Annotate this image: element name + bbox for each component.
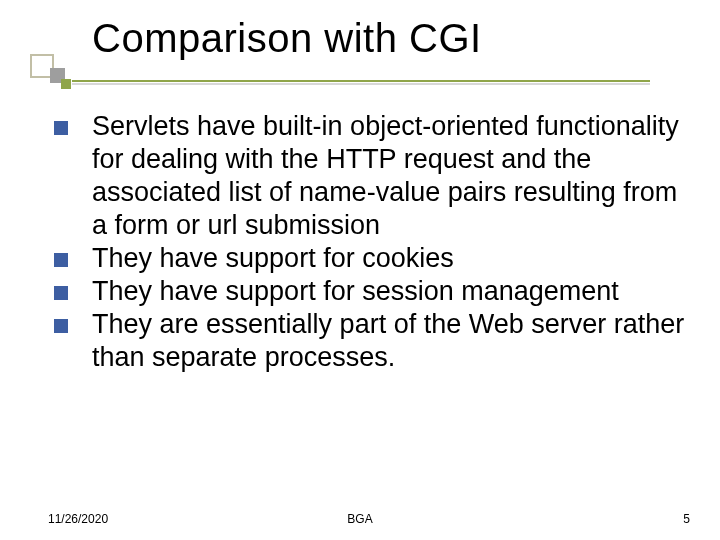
list-item: Servlets have built-in object-oriented f…	[48, 110, 690, 242]
list-item: They are essentially part of the Web ser…	[48, 308, 690, 374]
bullet-icon	[54, 121, 68, 135]
slide-footer: 11/26/2020 BGA 5	[0, 506, 720, 526]
slide: Comparison with CGI Servlets have built-…	[0, 0, 720, 540]
footer-page-number: 5	[683, 512, 690, 526]
decor-square-green	[61, 79, 71, 89]
bullet-text: Servlets have built-in object-oriented f…	[92, 110, 690, 242]
bullet-icon	[54, 253, 68, 267]
title-decor	[30, 72, 78, 90]
slide-title: Comparison with CGI	[92, 16, 482, 61]
title-area: Comparison with CGI	[0, 10, 720, 86]
bullet-icon	[54, 286, 68, 300]
list-item: They have support for cookies	[48, 242, 690, 275]
bullet-text: They are essentially part of the Web ser…	[92, 308, 690, 374]
bullet-icon	[54, 319, 68, 333]
footer-center: BGA	[0, 512, 720, 526]
title-rule	[72, 80, 650, 82]
slide-body: Servlets have built-in object-oriented f…	[48, 110, 690, 374]
bullet-text: They have support for session management	[92, 275, 690, 308]
bullet-text: They have support for cookies	[92, 242, 690, 275]
list-item: They have support for session management	[48, 275, 690, 308]
title-rule-shadow	[72, 83, 650, 85]
